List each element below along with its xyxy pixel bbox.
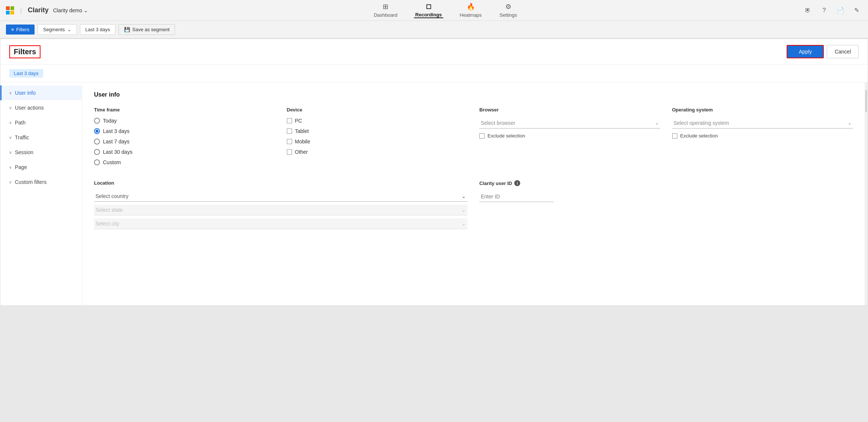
os-label: Operating system: [672, 107, 853, 113]
top-nav-right: ⛨ ? 📄 ✎: [803, 5, 862, 16]
sidebar-label-session: Session: [15, 149, 33, 155]
radio-last30days: [94, 149, 100, 155]
scroll-thumb: [865, 90, 867, 112]
os-chevron-icon: ⌄: [848, 121, 851, 126]
clarity-brand: Clarity: [28, 6, 49, 14]
nav-heatmaps-label: Heatmaps: [460, 12, 482, 18]
device-options: PC Tablet Mobile Other: [287, 118, 468, 155]
project-selector[interactable]: Clarity demo ⌄: [53, 7, 88, 13]
active-date-tag[interactable]: Last 3 days: [9, 69, 43, 78]
browser-chevron-icon: ⌄: [655, 121, 659, 126]
timeframe-today-label: Today: [103, 118, 117, 124]
nav-divider: |: [20, 6, 22, 14]
save-segment-label: Save as segment: [132, 27, 169, 32]
sidebar-item-path[interactable]: ∨ Path: [0, 115, 82, 130]
sidebar-item-user-info[interactable]: ∨ User info: [0, 85, 82, 100]
filter-body: ∨ User info ∨ User actions ∨ Path ∨ Traf…: [0, 82, 868, 305]
timeframe-label: Time frame: [94, 107, 275, 113]
os-exclude-checkbox[interactable]: [672, 133, 677, 139]
filters-button[interactable]: ≡ Filters: [6, 25, 35, 35]
account-icon[interactable]: ✎: [852, 5, 862, 16]
segments-label: Segments: [43, 27, 65, 32]
os-exclude-label: Exclude selection: [680, 133, 718, 139]
browser-label: Browser: [479, 107, 660, 113]
sidebar-chevron-user-actions: ∨: [9, 106, 12, 110]
city-select[interactable]: Select city ⌄: [94, 218, 467, 229]
recordings-icon: ◻: [426, 2, 431, 10]
device-pc-label: PC: [295, 118, 302, 124]
sidebar-item-user-actions[interactable]: ∨ User actions: [0, 100, 82, 115]
sidebar-item-custom-filters[interactable]: ∨ Custom filters: [0, 175, 82, 189]
save-segment-button[interactable]: 💾 Save as segment: [119, 24, 175, 35]
timeframe-last7days[interactable]: Last 7 days: [94, 139, 275, 145]
cancel-button[interactable]: Cancel: [827, 45, 859, 58]
date-tag-area: Last 3 days: [0, 65, 868, 82]
sidebar-item-traffic[interactable]: ∨ Traffic: [0, 130, 82, 145]
project-name: Clarity demo: [53, 7, 82, 13]
heatmaps-icon: 🔥: [467, 3, 475, 11]
top-nav-left: | Clarity Clarity demo ⌄: [6, 6, 88, 14]
device-other-label: Other: [295, 149, 308, 155]
clarity-id-info-icon[interactable]: i: [514, 180, 520, 186]
clarity-id-col: Clarity user ID i: [479, 180, 853, 229]
sidebar-item-page[interactable]: ∨ Page: [0, 160, 82, 175]
nav-recordings[interactable]: ◻ Recordings: [414, 2, 444, 18]
location-clarity-row: Location Select country ⌄ Select state ⌄…: [94, 180, 853, 229]
timeframe-last30days[interactable]: Last 30 days: [94, 149, 275, 155]
country-placeholder: Select country: [95, 193, 129, 199]
share-icon[interactable]: ⛨: [803, 5, 813, 16]
nav-dashboard[interactable]: ⊞ Dashboard: [372, 3, 399, 18]
city-chevron-icon: ⌄: [461, 221, 466, 227]
timeframe-col: Time frame Today Last 3 days: [94, 107, 275, 165]
browser-col: Browser Select browser ⌄ Exclude selecti…: [479, 107, 660, 165]
logo-blue: [6, 11, 10, 14]
filter-panel-title: Filters: [9, 45, 41, 58]
section-title: User info: [94, 91, 853, 98]
settings-icon: ⚙: [505, 3, 511, 11]
checkbox-mobile: [287, 139, 292, 144]
timeframe-custom[interactable]: Custom: [94, 159, 275, 165]
device-other[interactable]: Other: [287, 149, 468, 155]
clarity-id-input[interactable]: [479, 191, 554, 202]
save-segment-icon: 💾: [124, 27, 130, 32]
scrollbar[interactable]: [865, 82, 868, 305]
browser-select[interactable]: Select browser ⌄: [479, 118, 660, 129]
timeframe-last30days-label: Last 30 days: [103, 149, 132, 155]
sidebar-chevron-session: ∨: [9, 150, 12, 155]
device-tablet[interactable]: Tablet: [287, 128, 468, 134]
device-pc[interactable]: PC: [287, 118, 468, 124]
notifications-icon[interactable]: 📄: [835, 5, 846, 16]
timeframe-today[interactable]: Today: [94, 118, 275, 124]
sidebar-item-session[interactable]: ∨ Session: [0, 145, 82, 160]
nav-settings[interactable]: ⚙ Settings: [498, 3, 518, 18]
nav-heatmaps[interactable]: 🔥 Heatmaps: [458, 3, 483, 18]
help-icon[interactable]: ?: [819, 5, 829, 16]
device-col: Device PC Tablet Mobile: [287, 107, 468, 165]
segments-button[interactable]: Segments ⌄: [38, 24, 77, 35]
state-select[interactable]: Select state ⌄: [94, 205, 467, 215]
radio-last7days: [94, 139, 100, 145]
device-label: Device: [287, 107, 468, 113]
device-mobile-label: Mobile: [295, 139, 310, 145]
country-select[interactable]: Select country ⌄: [94, 191, 467, 202]
date-label: Last 3 days: [85, 27, 110, 32]
browser-exclude-checkbox[interactable]: [479, 133, 485, 139]
browser-placeholder: Select browser: [481, 120, 515, 126]
radio-dot-last3days: [95, 130, 98, 133]
sidebar-label-page: Page: [15, 164, 27, 170]
clarity-id-label-row: Clarity user ID i: [479, 180, 853, 186]
sidebar-label-traffic: Traffic: [15, 134, 29, 140]
timeframe-last3days-label: Last 3 days: [103, 128, 130, 134]
os-placeholder: Select operating system: [674, 120, 729, 126]
sidebar-label-custom-filters: Custom filters: [15, 179, 47, 185]
os-select[interactable]: Select operating system ⌄: [672, 118, 853, 129]
nav-dashboard-label: Dashboard: [374, 12, 398, 18]
filter-grid-row1: Time frame Today Last 3 days: [94, 107, 853, 165]
device-mobile[interactable]: Mobile: [287, 139, 468, 145]
date-filter-button[interactable]: Last 3 days: [80, 24, 116, 35]
filter-main: User info Time frame Today: [82, 82, 865, 305]
timeframe-last3days[interactable]: Last 3 days: [94, 128, 275, 134]
apply-button[interactable]: Apply: [787, 45, 824, 58]
device-tablet-label: Tablet: [295, 128, 309, 134]
logo-green: [10, 6, 14, 10]
